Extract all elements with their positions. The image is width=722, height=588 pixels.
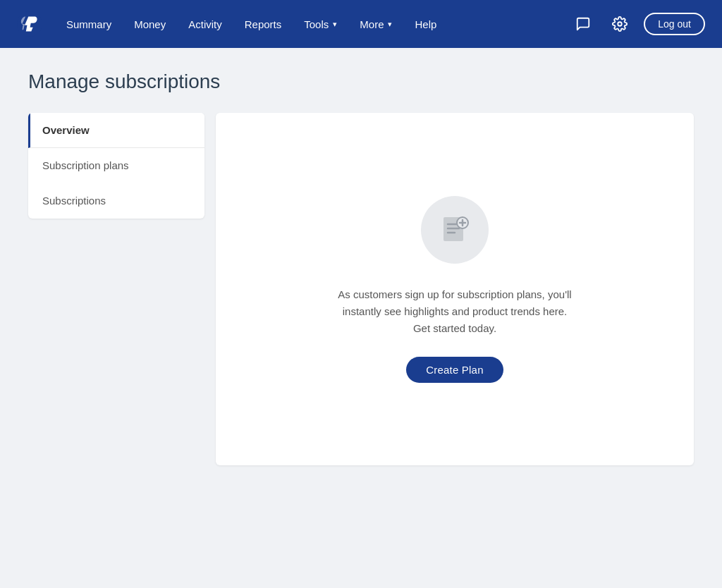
main-panel: As customers sign up for subscription pl… bbox=[216, 113, 694, 465]
settings-icon bbox=[612, 16, 628, 32]
create-plan-button[interactable]: Create Plan bbox=[406, 357, 503, 383]
nav-reports[interactable]: Reports bbox=[235, 13, 292, 36]
nav-tools[interactable]: Tools ▾ bbox=[294, 13, 347, 36]
nav-right: Log out bbox=[570, 11, 705, 37]
message-button[interactable] bbox=[570, 11, 596, 37]
svg-point-0 bbox=[618, 22, 623, 26]
empty-state-icon bbox=[421, 196, 489, 264]
sidebar-item-subscriptions[interactable]: Subscriptions bbox=[28, 183, 204, 219]
more-chevron-icon: ▾ bbox=[388, 20, 392, 29]
tools-chevron-icon: ▾ bbox=[333, 20, 337, 29]
paypal-logo bbox=[17, 11, 42, 37]
nav-summary[interactable]: Summary bbox=[56, 13, 121, 36]
nav-more[interactable]: More ▾ bbox=[350, 13, 402, 36]
nav-links: Summary Money Activity Reports Tools ▾ M… bbox=[56, 13, 570, 36]
logout-button[interactable]: Log out bbox=[644, 13, 705, 35]
settings-button[interactable] bbox=[607, 11, 632, 37]
navbar: Summary Money Activity Reports Tools ▾ M… bbox=[0, 0, 722, 48]
content-area: Overview Subscription plans Subscription… bbox=[28, 113, 694, 465]
sidebar: Overview Subscription plans Subscription… bbox=[28, 113, 204, 219]
message-icon bbox=[575, 16, 591, 32]
page-wrapper: Summary Money Activity Reports Tools ▾ M… bbox=[0, 0, 722, 588]
nav-activity[interactable]: Activity bbox=[178, 13, 232, 36]
page-title: Manage subscriptions bbox=[28, 71, 694, 93]
main-content: Manage subscriptions Overview Subscripti… bbox=[0, 48, 722, 488]
nav-help[interactable]: Help bbox=[405, 13, 446, 36]
empty-state-text: As customers sign up for subscription pl… bbox=[335, 286, 575, 337]
sidebar-item-subscription-plans[interactable]: Subscription plans bbox=[28, 148, 204, 183]
subscription-icon bbox=[436, 212, 473, 248]
sidebar-item-overview[interactable]: Overview bbox=[28, 113, 204, 148]
nav-money[interactable]: Money bbox=[124, 13, 176, 36]
